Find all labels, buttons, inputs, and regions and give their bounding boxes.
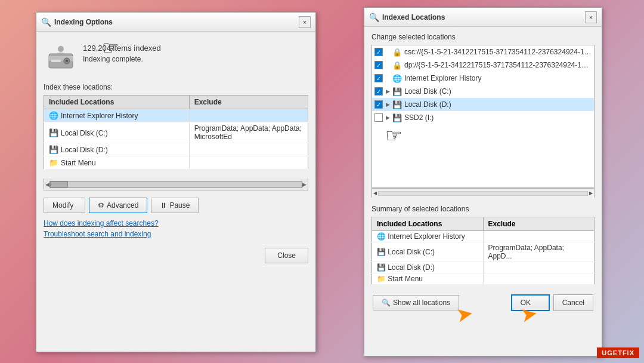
summary-row: 🌐 Internet Explorer History (372, 231, 595, 242)
close-window-button[interactable]: Close (265, 248, 308, 263)
tree-item-text: Internet Explorer History (404, 74, 592, 82)
pause-button[interactable]: ⏸ Pause (151, 198, 199, 213)
show-all-locations-button[interactable]: 🔍 Show all locations (373, 295, 459, 310)
tree-item[interactable]: ✓🔒dp://{S-1-5-21-3412217515-3717354112-2… (372, 59, 594, 72)
table-row[interactable]: 🌐Internet Explorer History (44, 109, 308, 122)
tree-item-icon: 💾 (392, 87, 402, 96)
tree-scrollbar[interactable]: ◀ ▶ (371, 188, 595, 198)
summary-row: 💾 Local Disk (C:) ProgramData; AppData; … (372, 242, 595, 262)
tree-item-icon: 🔒 (392, 48, 402, 57)
indexing-table-body: 🌐Internet Explorer History 💾Local Disk (… (44, 109, 308, 170)
tree-item[interactable]: ✓🌐Internet Explorer History (372, 72, 594, 85)
summary-included-header: Included Locations (372, 217, 484, 231)
location-name: 🌐Internet Explorer History (44, 109, 190, 122)
tree-item[interactable]: ▶💾SSD2 (I:) (372, 111, 594, 124)
tree-item-text: SSD2 (I:) (404, 113, 592, 122)
summary-row: 💾 Local Disk (D:) (372, 262, 595, 273)
table-row[interactable]: 💾Local Disk (C:) ProgramData; AppData; A… (44, 122, 308, 143)
change-locations-label: Change selected locations (371, 33, 595, 41)
tree-item-icon: 💾 (392, 100, 402, 109)
show-all-label: Show all locations (393, 299, 450, 307)
indexed-title-left: 🔍 Indexed Locations (369, 13, 445, 22)
summary-location-exclude (483, 231, 595, 242)
advanced-label: Advanced (107, 201, 138, 210)
indexed-title: Indexed Locations (382, 13, 445, 21)
summary-location-name: 🌐 Internet Explorer History (372, 231, 484, 242)
indexed-content: Change selected locations ✓🔒csc://{S-1-5… (364, 27, 602, 317)
tree-item[interactable]: ✓▶💾Local Disk (C:) (372, 85, 594, 98)
summary-label: Summary of selected locations (371, 205, 595, 213)
summary-table: Included Locations Exclude 🌐 Internet Ex… (371, 217, 595, 285)
svg-point-5 (58, 46, 64, 52)
indexed-icon: 🔍 (369, 13, 379, 22)
show-all-icon: 🔍 (382, 299, 391, 307)
summary-location-name: 💾 Local Disk (D:) (372, 262, 484, 273)
advanced-button[interactable]: ⚙ Advanced (89, 198, 147, 213)
summary-row: 📁 Start Menu (372, 273, 595, 285)
tree-checkbox[interactable] (374, 113, 383, 122)
summary-table-body: 🌐 Internet Explorer History 💾 Local Disk… (372, 231, 595, 285)
summary-location-icon: 💾 (377, 263, 386, 272)
table-row[interactable]: 📁Start Menu (44, 156, 308, 170)
tree-item[interactable]: ✓▶💾Local Disk (D:) (372, 98, 594, 111)
tree-item-text: Local Disk (C:) (404, 87, 592, 96)
pause-icon: ⏸ (160, 201, 167, 210)
tree-expand[interactable]: ▶ (384, 101, 391, 108)
indexed-locations-window: 🔍 Indexed Locations × Change selected lo… (364, 7, 602, 356)
indexed-close-btn[interactable]: × (585, 11, 597, 23)
advanced-icon: ⚙ (98, 201, 104, 210)
title-bar-left: 🔍 Indexing Options (41, 17, 113, 27)
tree-item-text: dp://{S-1-5-21-3412217515-3717354112-237… (404, 61, 592, 69)
tree-expand[interactable]: ▶ (384, 114, 391, 121)
scrollbar-track[interactable] (49, 181, 302, 188)
location-icon: 💾 (49, 128, 58, 137)
location-name: 📁Start Menu (44, 156, 190, 170)
links-area: How does indexing affect searches? Troub… (44, 219, 308, 238)
summary-location-exclude: ProgramData; AppData; AppD... (483, 242, 595, 262)
tree-expand[interactable]: ▶ (384, 88, 391, 95)
tree-item[interactable]: ✓🔒csc://{S-1-5-21-3412217515-3717354112-… (372, 45, 594, 59)
hdd-status-icon (46, 44, 76, 73)
tree-item-icon: 🌐 (392, 74, 402, 83)
location-name: 💾Local Disk (D:) (44, 143, 190, 156)
locations-table-container: Included Locations Exclude 🌐Internet Exp… (44, 95, 308, 179)
summary-location-exclude (483, 273, 595, 285)
scroll-right-arrow[interactable]: ▶ (589, 190, 593, 196)
how-does-indexing-link[interactable]: How does indexing affect searches? (44, 219, 308, 227)
location-icon: 💾 (49, 145, 58, 154)
scroll-bar-area[interactable] (378, 191, 588, 196)
troubleshoot-link[interactable]: Troubleshoot search and indexing (44, 230, 308, 238)
watermark: UGETFIX (597, 347, 639, 358)
indexing-title: Indexing Options (54, 18, 113, 26)
tree-item-text: Local Disk (D:) (404, 100, 592, 109)
tree-checkbox[interactable]: ✓ (374, 61, 383, 69)
table-row[interactable]: 💾Local Disk (D:) (44, 143, 308, 156)
summary-location-exclude (483, 262, 595, 273)
status-area: 129,204 items indexed Indexing complete. (44, 39, 308, 83)
location-exclude: ProgramData; AppData; AppData; Microsoft… (189, 122, 308, 143)
indexing-close-btn[interactable]: × (299, 16, 311, 28)
tree-expand (384, 61, 391, 69)
status-text-area: 129,204 items indexed Indexing complete. (83, 44, 161, 63)
indexing-options-window: 🔍 Indexing Options × 129,204 (36, 12, 316, 352)
tree-checkbox[interactable]: ✓ (374, 100, 383, 109)
location-icon: 🌐 (49, 111, 58, 120)
tree-checkbox[interactable]: ✓ (374, 74, 383, 82)
modify-button[interactable]: Modify (44, 198, 85, 213)
cancel-button[interactable]: Cancel (553, 294, 593, 311)
summary-location-icon: 🌐 (377, 232, 386, 241)
tree-checkbox[interactable]: ✓ (374, 87, 383, 96)
indexing-scrollbar[interactable]: ◀ ▶ (44, 179, 308, 190)
location-icon: 📁 (49, 158, 58, 167)
ok-button[interactable]: OK (511, 294, 550, 311)
indexed-title-bar: 🔍 Indexed Locations × (364, 8, 602, 27)
scroll-left-arrow[interactable]: ◀ (373, 190, 377, 196)
exclude-header: Exclude (189, 96, 308, 109)
summary-header: Included Locations Exclude (372, 217, 595, 231)
scrollbar-thumb[interactable] (50, 182, 68, 187)
tree-item-icon: 💾 (392, 113, 402, 122)
section-label: Index these locations: (44, 83, 308, 91)
locations-table: Included Locations Exclude 🌐Internet Exp… (44, 95, 308, 170)
tree-checkbox[interactable]: ✓ (374, 48, 383, 56)
indexing-title-bar: 🔍 Indexing Options × (36, 13, 315, 32)
